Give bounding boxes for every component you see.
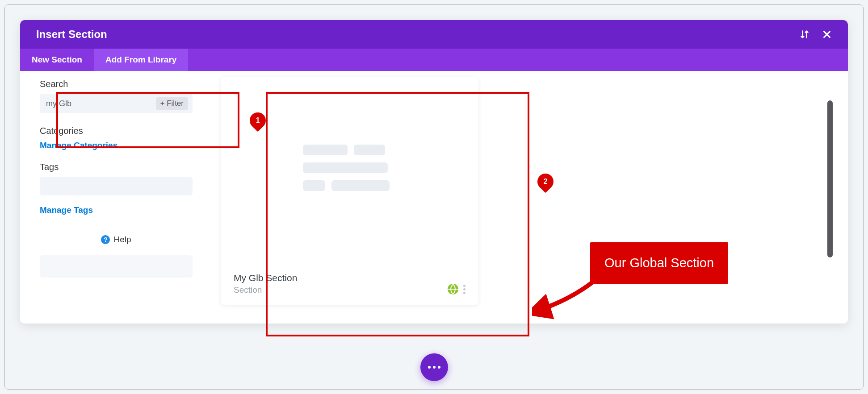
search-label: Search bbox=[40, 79, 193, 89]
tags-input[interactable] bbox=[40, 177, 193, 195]
help-icon: ? bbox=[101, 235, 110, 244]
tab-add-from-library[interactable]: Add From Library bbox=[94, 49, 188, 71]
filter-button[interactable]: + Filter bbox=[156, 97, 188, 110]
annotation-callout: Our Global Section bbox=[590, 242, 728, 284]
globe-icon bbox=[447, 283, 459, 295]
card-preview bbox=[221, 77, 478, 265]
cutoff-button[interactable] bbox=[40, 255, 193, 278]
fab-menu-button[interactable] bbox=[420, 353, 448, 381]
sidebar: Search + Filter Categories Manage Catego… bbox=[20, 71, 212, 320]
card-subtitle: Section bbox=[234, 285, 297, 295]
close-icon[interactable] bbox=[822, 29, 832, 39]
search-input[interactable] bbox=[46, 99, 156, 108]
tab-new-section[interactable]: New Section bbox=[20, 49, 94, 71]
sort-icon[interactable] bbox=[800, 29, 809, 39]
manage-categories-link[interactable]: Manage Categories bbox=[40, 141, 117, 150]
library-item-card[interactable]: My Glb Section Section bbox=[221, 77, 478, 305]
scrollbar[interactable] bbox=[827, 100, 833, 257]
modal-header: Insert Section bbox=[20, 20, 848, 49]
modal-title: Insert Section bbox=[36, 28, 107, 41]
card-title: My Glb Section bbox=[234, 273, 297, 283]
manage-tags-link[interactable]: Manage Tags bbox=[40, 205, 93, 215]
tab-bar: New Section Add From Library bbox=[20, 49, 848, 71]
help-label: Help bbox=[113, 235, 131, 245]
help-link[interactable]: ? Help bbox=[40, 235, 193, 245]
more-icon[interactable] bbox=[463, 285, 465, 294]
tags-label: Tags bbox=[40, 162, 193, 172]
categories-label: Categories bbox=[40, 126, 193, 136]
